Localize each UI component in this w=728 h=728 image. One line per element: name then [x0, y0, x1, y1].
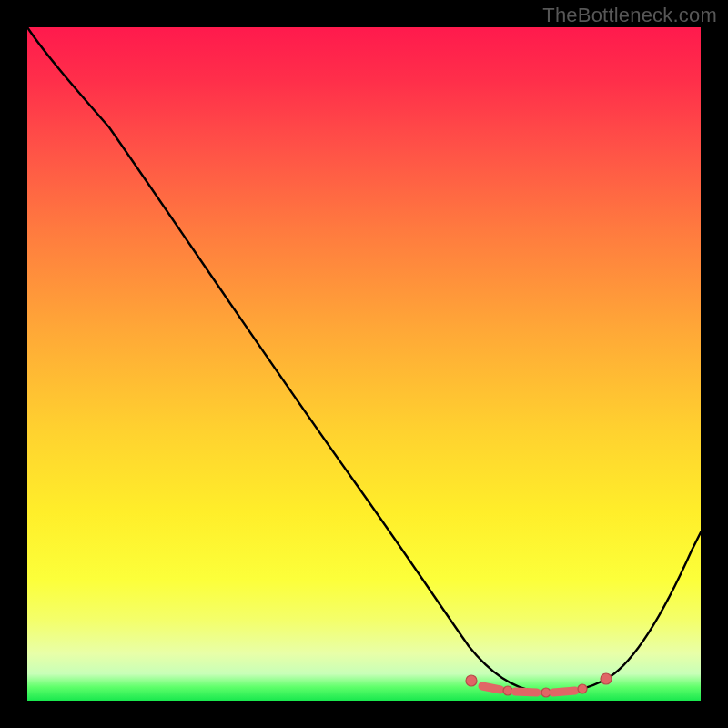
bottleneck-curve	[27, 27, 701, 693]
plot-area	[27, 27, 701, 701]
chart-svg	[27, 27, 701, 701]
marker-dot	[601, 673, 612, 684]
marker-dash	[553, 691, 575, 693]
marker-dash	[515, 692, 537, 693]
marker-dot	[578, 684, 587, 693]
marker-dot	[466, 675, 477, 686]
watermark-text: TheBottleneck.com	[542, 4, 717, 27]
chart-frame: TheBottleneck.com	[0, 0, 728, 728]
marker-dash	[482, 686, 500, 690]
marker-dot	[503, 686, 512, 695]
minimum-markers	[466, 673, 612, 697]
